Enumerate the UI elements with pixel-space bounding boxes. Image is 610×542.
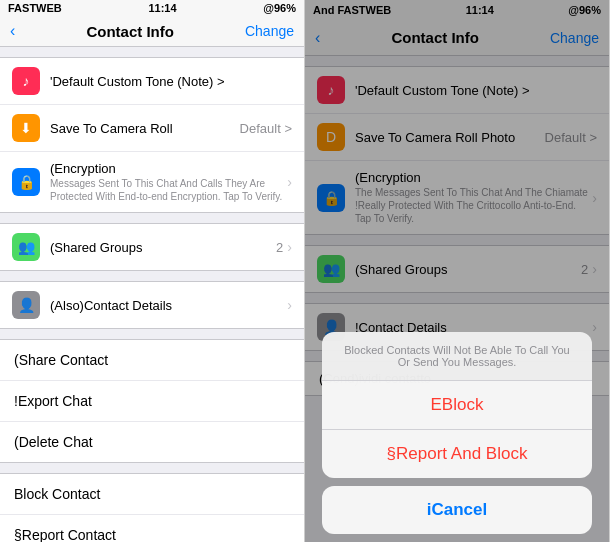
left-back-chevron: ‹ xyxy=(10,22,15,40)
left-row-export[interactable]: !Export Chat xyxy=(0,381,304,422)
left-groups-title: (Shared Groups xyxy=(50,240,276,255)
left-status-bar: FASTWEB 11:14 @96% xyxy=(0,0,304,16)
left-plain-section-1: (Share Contact !Export Chat (Delete Chat xyxy=(0,339,304,463)
left-camera-right: Default > xyxy=(240,121,292,136)
left-details-title: (Also)Contact Details xyxy=(50,298,287,313)
left-details-icon: 👤 xyxy=(12,291,40,319)
action-sheet: Blocked Contacts Will Not Be Able To Cal… xyxy=(322,332,592,478)
left-camera-content: Save To Camera Roll xyxy=(50,121,240,136)
left-block-text: Block Contact xyxy=(14,486,290,502)
left-encryption-title: (Encryption xyxy=(50,161,287,176)
left-row-tone[interactable]: ♪ 'Default Custom Tone (Note) > xyxy=(0,58,304,105)
left-groups-badge: 2 xyxy=(276,240,283,255)
left-back-button[interactable]: ‹ xyxy=(10,22,15,40)
left-camera-icon: ⬇ xyxy=(12,114,40,142)
sheet-report-block-button[interactable]: §Report And Block xyxy=(322,430,592,478)
left-section-3: 👤 (Also)Contact Details › xyxy=(0,281,304,329)
left-row-encryption[interactable]: 🔒 (Encryption Messages Sent To This Chat… xyxy=(0,152,304,212)
left-encryption-icon: 🔒 xyxy=(12,168,40,196)
left-export-text: !Export Chat xyxy=(14,393,290,409)
left-tone-icon: ♪ xyxy=(12,67,40,95)
left-time: 11:14 xyxy=(148,2,176,14)
left-carrier: FASTWEB xyxy=(8,2,62,14)
left-nav-bar: ‹ Contact Info Change xyxy=(0,16,304,47)
modal-overlay: Blocked Contacts Will Not Be Able To Cal… xyxy=(305,0,609,542)
left-row-details[interactable]: 👤 (Also)Contact Details › xyxy=(0,282,304,328)
left-battery: @96% xyxy=(263,2,296,14)
left-report-text: §Report Contact xyxy=(14,527,290,542)
left-tone-title: 'Default Custom Tone (Note) > xyxy=(50,74,292,89)
left-groups-right: 2 › xyxy=(276,239,292,255)
left-camera-title: Save To Camera Roll xyxy=(50,121,240,136)
left-row-block[interactable]: Block Contact xyxy=(0,474,304,515)
left-groups-chevron: › xyxy=(287,239,292,255)
left-details-content: (Also)Contact Details xyxy=(50,298,287,313)
left-panel: FASTWEB 11:14 @96% ‹ Contact Info Change… xyxy=(0,0,305,542)
sheet-cancel-button[interactable]: iCancel xyxy=(322,486,592,534)
left-camera-badge: Default > xyxy=(240,121,292,136)
left-groups-icon: 👥 xyxy=(12,233,40,261)
left-row-groups[interactable]: 👥 (Shared Groups 2 › xyxy=(0,224,304,270)
left-plain-section-2: Block Contact §Report Contact xyxy=(0,473,304,542)
left-groups-content: (Shared Groups xyxy=(50,240,276,255)
left-section-2: 👥 (Shared Groups 2 › xyxy=(0,223,304,271)
left-encryption-subtitle: Messages Sent To This Chat And Calls The… xyxy=(50,177,287,203)
left-encryption-right: › xyxy=(287,174,292,190)
left-row-share[interactable]: (Share Contact xyxy=(0,340,304,381)
left-share-text: (Share Contact xyxy=(14,352,290,368)
sheet-block-button[interactable]: EBlock xyxy=(322,381,592,430)
left-delete-text: (Delete Chat xyxy=(14,434,290,450)
left-section-1: ♪ 'Default Custom Tone (Note) > ⬇ Save T… xyxy=(0,57,304,213)
left-encryption-chevron: › xyxy=(287,174,292,190)
right-panel: And FASTWEB 11:14 @96% ‹ Contact Info Ch… xyxy=(305,0,610,542)
sheet-info-text: Blocked Contacts Will Not Be Able To Cal… xyxy=(322,332,592,381)
left-encryption-content: (Encryption Messages Sent To This Chat A… xyxy=(50,161,287,203)
left-details-chevron: › xyxy=(287,297,292,313)
sheet-cancel-container: iCancel xyxy=(322,486,592,534)
left-row-report[interactable]: §Report Contact xyxy=(0,515,304,542)
left-details-right: › xyxy=(287,297,292,313)
left-row-delete[interactable]: (Delete Chat xyxy=(0,422,304,462)
left-row-camera[interactable]: ⬇ Save To Camera Roll Default > xyxy=(0,105,304,152)
left-tone-content: 'Default Custom Tone (Note) > xyxy=(50,74,292,89)
left-nav-title: Contact Info xyxy=(86,23,174,40)
left-change-button[interactable]: Change xyxy=(245,23,294,39)
